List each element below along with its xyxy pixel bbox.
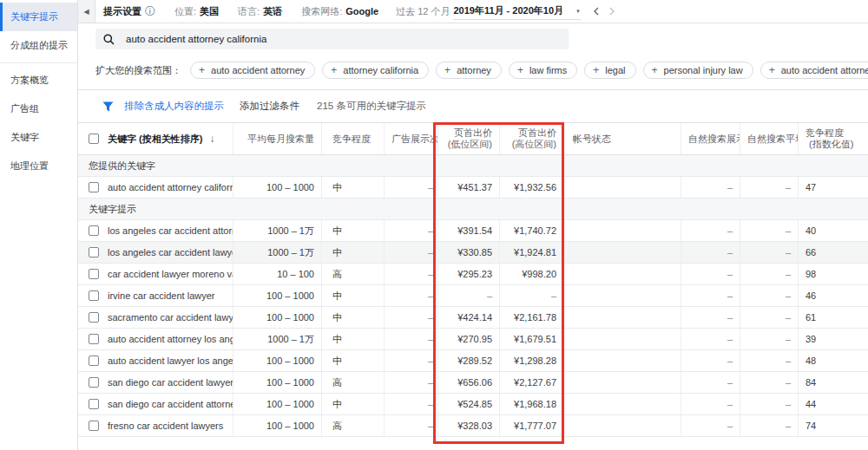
row-checkbox[interactable]: [89, 225, 99, 236]
keyword-text: auto accident attorney los angeles: [108, 334, 233, 344]
top-bid-low-cell: ¥656.06: [438, 372, 500, 393]
back-arrow-icon: ◀: [83, 8, 89, 16]
organic-average-position-header[interactable]: 自然搜索平均排名: [740, 123, 799, 154]
row-checkbox[interactable]: [89, 269, 99, 279]
row-checkbox[interactable]: [89, 377, 99, 388]
keyword-cell: sacramento car accident lawyer: [78, 307, 233, 328]
row-checkbox[interactable]: [89, 290, 99, 301]
add-filter-button[interactable]: 添加过滤条件: [240, 100, 299, 113]
expand-chip[interactable]: +auto accident attorney: [190, 62, 315, 79]
expand-chip[interactable]: +attorney california: [322, 62, 429, 79]
plus-icon: +: [444, 64, 450, 76]
ad-impression-share-cell: –: [385, 264, 438, 284]
next-period-button[interactable]: [608, 7, 615, 16]
expand-chip[interactable]: +personal injury law: [643, 62, 753, 79]
row-checkbox[interactable]: [89, 334, 99, 344]
filter-funnel-icon[interactable]: [102, 101, 114, 112]
top-bid-low-cell: ¥524.85: [438, 394, 500, 414]
top-bid-low-cell: ¥330.85: [438, 242, 500, 263]
account-status-cell: [564, 415, 681, 436]
available-count-text: 215 条可用的关键字提示: [317, 100, 426, 113]
plus-icon: +: [593, 64, 599, 76]
row-checkbox[interactable]: [89, 312, 99, 323]
expand-chip[interactable]: +law firms: [509, 62, 577, 79]
expand-chips: +auto accident attorney+attorney califor…: [190, 62, 868, 79]
language-selector[interactable]: 语言: 英语: [238, 5, 282, 18]
keyword-row: sacramento car accident lawyer100 – 1000…: [78, 307, 868, 329]
plus-icon: +: [769, 64, 775, 76]
keyword-text: san diego car accident attorney: [108, 399, 233, 409]
account-status-cell: [564, 264, 681, 284]
keyword-text: irvine car accident lawyer: [108, 290, 215, 301]
sidebar-item[interactable]: 分成组的提示: [0, 31, 77, 60]
chip-label: law firms: [529, 65, 567, 75]
info-icon[interactable]: ⓘ: [145, 4, 155, 19]
account-status-cell: [564, 242, 681, 263]
sidebar-item[interactable]: 关键字提示: [0, 3, 77, 31]
keyword-cell: car accident lawyer moreno valley: [78, 264, 233, 284]
row-checkbox[interactable]: [89, 421, 99, 431]
top-bid-low-cell: –: [438, 285, 500, 306]
competition-cell: 中: [322, 285, 385, 306]
competition-cell: 中: [322, 177, 385, 198]
row-checkbox[interactable]: [89, 399, 99, 409]
ad-impression-share-cell: –: [385, 350, 438, 371]
plus-icon: +: [331, 64, 337, 76]
expand-chip[interactable]: +attorney: [436, 62, 502, 79]
location-selector[interactable]: 位置: 美国: [174, 5, 219, 18]
suggestion-settings[interactable]: 提示设置 ⓘ: [103, 4, 155, 19]
language-value: 英语: [263, 5, 282, 18]
sort-descending-icon[interactable]: ↓: [209, 134, 214, 145]
avg-monthly-searches-cell: 1000 – 1万: [233, 220, 322, 241]
organic-impression-share-cell: –: [681, 394, 740, 414]
chip-label: auto accident attorney michigan: [781, 65, 868, 75]
chip-label: legal: [605, 65, 625, 75]
date-range-selector[interactable]: 2019年11月 - 2020年10月 ▼: [453, 4, 581, 20]
account-status-cell: [564, 177, 681, 198]
competition-index-cell: 39: [799, 329, 868, 349]
chip-label: auto accident attorney: [211, 65, 305, 75]
avg-monthly-searches-header[interactable]: 平均每月搜索量: [233, 123, 322, 154]
account-status-cell: [564, 329, 681, 349]
table-section-header: 您提供的关键字: [78, 155, 868, 177]
account-status-header[interactable]: 帐号状态: [564, 123, 681, 154]
account-status-cell: [564, 307, 681, 328]
expand-chip[interactable]: +auto accident attorney michigan: [760, 62, 868, 79]
sidebar-item[interactable]: 地理位置: [0, 152, 77, 180]
keyword-row: san diego car accident attorney100 – 100…: [78, 394, 868, 415]
top-bid-high-cell: ¥1,924.81: [500, 242, 564, 263]
top-of-page-bid-high-header[interactable]: 页首出价(高位区间): [500, 123, 564, 154]
expand-chip[interactable]: +legal: [584, 62, 635, 79]
search-section: auto accident attorney california: [78, 23, 868, 49]
plus-icon: +: [517, 64, 523, 76]
period-label: 过去 12 个月: [396, 5, 450, 18]
sidebar-divider: [0, 62, 77, 63]
ad-impression-share-cell: –: [385, 415, 438, 436]
organic-impression-share-cell: –: [681, 372, 740, 393]
row-checkbox[interactable]: [89, 182, 99, 192]
organic-impression-share-header[interactable]: 自然搜索展示次数: [681, 123, 740, 154]
keyword-row: los angeles car accident lawyer1000 – 1万…: [78, 242, 868, 264]
avg-monthly-searches-cell: 100 – 1000: [233, 394, 322, 414]
table-body: 您提供的关键字auto accident attorney california…: [78, 155, 868, 437]
row-checkbox[interactable]: [89, 247, 99, 258]
competition-index-cell: 74: [799, 415, 868, 436]
prev-period-button[interactable]: [593, 7, 600, 16]
ad-impression-share-cell: –: [385, 307, 438, 328]
sidebar-item[interactable]: 方案概览: [0, 66, 77, 95]
row-checkbox[interactable]: [89, 355, 99, 366]
keyword-header-label[interactable]: 关键字 (按相关性排序): [108, 134, 202, 145]
top-of-page-bid-low-header[interactable]: 页首出价(低位区间): [438, 123, 500, 154]
competition-header[interactable]: 竞争程度: [322, 123, 385, 154]
keyword-search-input[interactable]: auto accident attorney california: [95, 29, 569, 49]
sidebar-item[interactable]: 关键字: [0, 123, 77, 152]
sidebar-item[interactable]: 广告组: [0, 95, 77, 123]
network-selector[interactable]: 搜索网络: Google: [301, 5, 378, 18]
competition-index-cell: 84: [799, 372, 868, 393]
exclude-adult-filter-link[interactable]: 排除含成人内容的提示: [124, 100, 224, 113]
keyword-row: los angeles car accident attorney1000 – …: [78, 220, 868, 242]
select-all-checkbox[interactable]: [89, 134, 99, 144]
collapse-panel-button[interactable]: ◀: [78, 0, 95, 23]
competition-index-header[interactable]: 竞争程度(指数化值): [799, 123, 868, 154]
ad-impression-share-header[interactable]: 广告展示次数份额: [385, 123, 438, 154]
